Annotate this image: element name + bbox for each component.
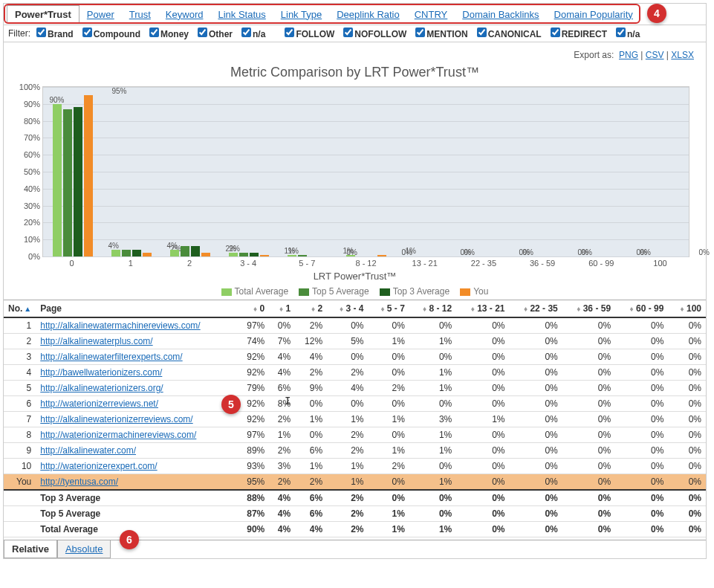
data-cell: 0%	[615, 474, 668, 491]
data-cell: 1%	[369, 506, 409, 522]
page-link[interactable]: http://alkalinewater.com/	[40, 445, 136, 456]
bar-ta[interactable]: 4%	[170, 250, 179, 256]
bar-value-label: 0%	[519, 248, 530, 256]
sort-icon: ♦	[630, 305, 634, 313]
page-link[interactable]: http://waterionizermachinereviews.com/	[40, 430, 196, 440]
data-cell: 0%	[456, 427, 509, 443]
filter-checkbox-n/a[interactable]	[241, 28, 251, 37]
page-link[interactable]: http://alkalinewaterfilterexperts.com/	[40, 352, 182, 362]
data-cell: 0%	[615, 381, 668, 396]
filter-checkbox-canonical[interactable]	[477, 28, 487, 37]
export-link-csv[interactable]: CSV	[646, 50, 664, 60]
filter-checkbox-compound[interactable]	[82, 28, 92, 37]
bar-t3[interactable]	[250, 253, 259, 256]
bar-ta[interactable]: 2%	[229, 253, 238, 256]
filter-checkbox-redirect[interactable]	[551, 28, 560, 37]
tab-power-trust[interactable]: Power*Trust	[7, 5, 79, 24]
filter-checkbox-n/a[interactable]	[616, 28, 626, 37]
bar-group: 0%0%	[571, 87, 630, 256]
tab-trust[interactable]: Trust	[122, 6, 158, 23]
data-cell: 0%	[668, 317, 706, 334]
data-cell: 0%	[456, 443, 509, 459]
data-cell: 0%	[295, 427, 327, 443]
data-cell: 0%	[369, 349, 409, 365]
filter-checkbox-follow[interactable]	[285, 28, 294, 37]
export-link-xlsx[interactable]: XLSX	[671, 50, 694, 60]
y-axis: 0%10%20%30%40%50%60%70%80%90%100%	[13, 87, 42, 256]
filter-checkbox-money[interactable]	[149, 28, 159, 37]
page-link[interactable]: http://waterionizerreviews.net/	[40, 398, 158, 409]
column-header[interactable]: ♦ 36 - 59	[562, 300, 615, 318]
page-link[interactable]: http://alkalinewaterplus.com/	[40, 336, 152, 346]
column-header[interactable]: ♦ 1	[269, 300, 295, 318]
page-cell: http://alkalinewaterionizerreviews.com/	[36, 412, 237, 427]
table-row: 1http://alkalinewatermachinereviews.com/…	[4, 317, 706, 334]
column-header[interactable]: ♦ 60 - 99	[615, 300, 668, 318]
bar-you[interactable]: 1%	[377, 255, 386, 256]
filter-checkbox-other[interactable]	[198, 28, 207, 37]
filter-checkbox-nofollow[interactable]	[343, 28, 353, 37]
bar-ta[interactable]: 1%	[288, 255, 296, 256]
column-header[interactable]: ♦ 22 - 35	[510, 300, 562, 318]
view-tab-relative[interactable]: Relative	[4, 540, 57, 558]
column-header[interactable]: ♦ 5 - 7	[369, 300, 409, 318]
data-cell: 0%	[369, 474, 409, 491]
summary-label: Top 5 Average	[36, 506, 237, 522]
tab-power[interactable]: Power	[79, 6, 122, 23]
tab-keyword[interactable]: Keyword	[158, 6, 211, 23]
data-cell: 0%	[456, 381, 509, 396]
column-header[interactable]: ♦ 2	[295, 300, 327, 318]
bar-t3[interactable]	[132, 250, 141, 256]
bar-ta[interactable]: 4%	[111, 250, 120, 256]
bar-ta[interactable]: 1%	[346, 255, 355, 256]
bar-you[interactable]: 95%	[84, 95, 93, 256]
tab-link-type[interactable]: Link Type	[273, 6, 329, 23]
tab-domain-backlinks[interactable]: Domain Backlinks	[455, 6, 546, 23]
page-link[interactable]: http://alkalinewaterionizers.org/	[40, 383, 163, 393]
bar-t5[interactable]	[181, 246, 189, 256]
x-tick: 60 - 99	[572, 257, 631, 268]
filter-label-n/a: n/a	[627, 29, 640, 39]
bar-t5[interactable]	[239, 253, 248, 256]
column-header[interactable]: No.▲	[4, 300, 36, 318]
page-link[interactable]: http://tyentusa.com/	[40, 476, 118, 487]
sort-icon: ♦	[524, 305, 528, 313]
table-row: 10http://waterionizerexpert.com/93%3%1%1…	[4, 459, 706, 474]
tab-link-status[interactable]: Link Status	[210, 6, 273, 23]
view-mode-tabs: 6 RelativeAbsolute	[4, 540, 706, 558]
table-row: 5http://alkalinewaterionizers.org/79%6%9…	[4, 381, 706, 396]
tab-domain-popularity[interactable]: Domain Popularity	[547, 6, 640, 23]
column-header[interactable]: ♦ 100	[668, 300, 706, 318]
page-link[interactable]: http://alkalinewatermachinereviews.com/	[40, 320, 200, 331]
page-link[interactable]: http://bawellwaterionizers.com/	[40, 367, 162, 378]
bar-you[interactable]: 2%	[143, 253, 152, 256]
column-header[interactable]: Page	[36, 300, 237, 318]
data-cell: 1%	[409, 365, 456, 381]
page-link[interactable]: http://waterionizerexpert.com/	[40, 461, 157, 471]
filter-checkbox-mention[interactable]	[415, 28, 425, 37]
bar-t5[interactable]	[298, 255, 307, 256]
bar-ta[interactable]: 90%	[53, 104, 62, 256]
bar-t5[interactable]	[63, 109, 72, 256]
column-header[interactable]: ♦ 3 - 4	[327, 300, 368, 318]
tab-cntry[interactable]: CNTRY	[407, 6, 455, 23]
page-cell: http://waterionizerexpert.com/	[36, 459, 237, 474]
x-tick: 2	[160, 257, 218, 268]
data-cell: 4%	[269, 506, 295, 522]
data-cell: 1%	[409, 427, 456, 443]
column-header[interactable]: ♦ 0	[237, 300, 269, 318]
bar-you[interactable]: 2%	[201, 253, 210, 256]
data-cell: 4%	[295, 349, 327, 365]
column-header[interactable]: ♦ 8 - 12	[409, 300, 456, 318]
bar-t3[interactable]	[191, 246, 200, 256]
page-link[interactable]: http://alkalinewaterionizerreviews.com/	[40, 414, 192, 424]
bar-you[interactable]: 1%	[260, 255, 269, 256]
bar-t5[interactable]	[122, 250, 131, 256]
view-tab-absolute[interactable]: Absolute	[57, 540, 111, 558]
filter-checkbox-brand[interactable]	[36, 28, 46, 37]
bar-t3[interactable]	[74, 107, 82, 256]
data-cell: 2%	[369, 381, 409, 396]
column-header[interactable]: ♦ 13 - 21	[456, 300, 509, 318]
export-link-png[interactable]: PNG	[619, 50, 638, 60]
tab-deeplink-ratio[interactable]: Deeplink Ratio	[329, 6, 407, 23]
